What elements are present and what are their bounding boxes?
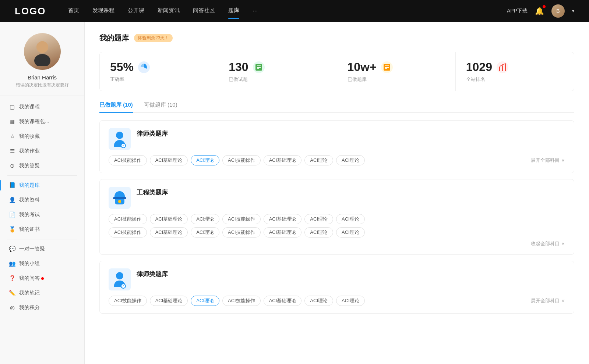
tag-aci-theory-1[interactable]: ACI理论	[191, 155, 219, 165]
eng-tag-3[interactable]: ACI理论	[191, 214, 219, 224]
sidebar-item-exam[interactable]: 📄 我的考试	[0, 207, 84, 222]
nav-home[interactable]: 首页	[68, 7, 79, 15]
law2-tag-3[interactable]: ACI理论	[191, 296, 219, 306]
tag-aci-skill-op-2[interactable]: ACI技能操作	[222, 155, 261, 165]
eng-tag-13[interactable]: ACI理论	[304, 227, 333, 238]
qbank-card-lawyer2-title-wrap: 律师类题库	[137, 268, 168, 278]
favorites-icon: ☆	[9, 133, 15, 140]
page-title: 我的题库	[99, 33, 129, 43]
logo: LOGO	[15, 6, 46, 17]
stat-done-banks: 10w+ 已做题库	[337, 52, 456, 91]
qbank-card-engineer1: 工程类题库 ACI技能操作 ACI基础理论 ACI理论 ACI技能操作 ACI基…	[99, 179, 574, 255]
person2-badge: ✓	[121, 283, 126, 289]
sidebar-menu: ▢ 我的课程 ▦ 我的课程包... ☆ 我的收藏 ☰ 我的作业 ⊙ 我的答疑 📘	[0, 100, 84, 315]
eng-tag-5[interactable]: ACI基础理论	[264, 214, 302, 224]
person-body: ✓	[114, 140, 125, 147]
sidebar-item-homework[interactable]: ☰ 我的作业	[0, 144, 84, 158]
qbank-card-lawyer2-header: ✓ 律师类题库	[109, 268, 565, 290]
sidebar-item-courses-label: 我的课程	[19, 104, 40, 110]
law2-tag-7[interactable]: ACI理论	[336, 296, 365, 306]
svg-rect-5	[499, 67, 500, 71]
sidebar-item-group[interactable]: 👥 我的小组	[0, 256, 84, 271]
eng-tag-2[interactable]: ACI基础理论	[150, 214, 188, 224]
law2-tag-2[interactable]: ACI基础理论	[150, 296, 188, 306]
tab-done-banks[interactable]: 已做题库 (10)	[99, 101, 133, 112]
qa-icon: ⊙	[9, 163, 15, 169]
qbank-card-engineer1-tags-row2: ACI技能操作 ACI基础理论 ACI理论 ACI技能操作 ACI基础理论 AC…	[109, 227, 565, 238]
nav-qbank[interactable]: 题库	[228, 7, 239, 15]
nav-news[interactable]: 新闻资讯	[158, 7, 180, 15]
stat-accuracy-icon	[138, 61, 150, 73]
eng-tag-11[interactable]: ACI技能操作	[222, 227, 261, 238]
law2-tag-4[interactable]: ACI技能操作	[222, 296, 261, 306]
profile-name: Brian Harris	[28, 74, 57, 81]
questions-icon: ❓	[9, 275, 15, 282]
nav-open[interactable]: 公开课	[128, 7, 144, 15]
tab-available-banks[interactable]: 可做题库 (10)	[144, 101, 177, 112]
chevron-down-icon[interactable]: ▾	[572, 8, 574, 14]
homework-icon: ☰	[9, 148, 15, 154]
tag-aci-theory-2[interactable]: ACI理论	[304, 155, 333, 165]
sidebar-item-qa[interactable]: ⊙ 我的答疑	[0, 158, 84, 173]
eng-tag-7[interactable]: ACI理论	[336, 214, 365, 224]
qbank-card-engineer1-icon	[109, 187, 131, 209]
sidebar-item-favorites[interactable]: ☆ 我的收藏	[0, 129, 84, 144]
notification-bell[interactable]: 🔔	[535, 7, 544, 15]
sidebar-item-questions[interactable]: ❓ 我的问答	[0, 271, 84, 286]
qbank-card-engineer1-title: 工程类题库	[137, 188, 168, 197]
person-head	[116, 132, 123, 139]
law2-tag-5[interactable]: ACI基础理论	[264, 296, 302, 306]
engineer-icon	[113, 191, 126, 204]
sidebar-item-qbank[interactable]: 📘 我的题库	[0, 178, 84, 193]
eng-tag-4[interactable]: ACI技能操作	[222, 214, 261, 224]
eng-tag-10[interactable]: ACI理论	[191, 227, 219, 238]
law2-tag-6[interactable]: ACI理论	[304, 296, 333, 306]
stat-done-questions-icon	[253, 61, 265, 73]
eng-tag-6[interactable]: ACI理论	[304, 214, 333, 224]
sidebar-item-courses[interactable]: ▢ 我的课程	[0, 100, 84, 114]
sidebar-item-course-packages[interactable]: ▦ 我的课程包...	[0, 114, 84, 129]
sidebar-item-profile[interactable]: 👤 我的资料	[0, 193, 84, 207]
qbank-card-lawyer2-title: 律师类题库	[137, 270, 168, 278]
sidebar-item-notes[interactable]: ✏️ 我的笔记	[0, 286, 84, 300]
eng-tag-9[interactable]: ACI基础理论	[150, 227, 188, 238]
svg-point-1	[34, 54, 50, 66]
cert-icon: 🏅	[9, 226, 15, 233]
sidebar-item-favorites-label: 我的收藏	[19, 133, 40, 140]
qbank-card-engineer1-tags-row1: ACI技能操作 ACI基础理论 ACI理论 ACI技能操作 ACI基础理论 AC…	[109, 214, 565, 224]
expand-lawyer1-link[interactable]: 展开全部科目 ∨	[531, 157, 565, 164]
profile-avatar-image	[24, 33, 61, 70]
nav-more[interactable]: ···	[253, 7, 258, 15]
sidebar-item-1on1-label: 一对一答疑	[19, 246, 45, 252]
stat-accuracy-label: 正确率	[110, 76, 208, 83]
nav-qa[interactable]: 问答社区	[193, 7, 215, 15]
stat-done-questions-label: 已做试题	[229, 76, 326, 83]
eng-tag-1[interactable]: ACI技能操作	[109, 214, 147, 224]
exam-icon: 📄	[9, 211, 15, 218]
stat-ranking: 1029 全站排名	[456, 52, 574, 91]
qbank-card-lawyer1: ✓ 律师类题库 ACI技能操作 ACI基础理论 ACI理论 ACI技能操作 AC…	[99, 120, 574, 173]
tag-aci-theory-3[interactable]: ACI理论	[336, 155, 365, 165]
sidebar-item-cert[interactable]: 🏅 我的证书	[0, 222, 84, 237]
menu-divider-2	[7, 239, 77, 239]
stat-done-questions-top: 130	[229, 60, 326, 74]
sidebar-profile: Brian Harris 错误的决定比没有决定要好	[0, 33, 84, 96]
eng-tag-14[interactable]: ACI理论	[336, 227, 365, 238]
svg-point-2	[36, 41, 48, 53]
sidebar-item-qa-label: 我的答疑	[19, 163, 40, 169]
sidebar-item-points[interactable]: ◎ 我的积分	[0, 300, 84, 315]
eng-tag-12[interactable]: ACI基础理论	[264, 227, 302, 238]
collapse-engineer1-link[interactable]: 收起全部科目 ∧	[109, 240, 565, 247]
tag-aci-basic-theory-2[interactable]: ACI基础理论	[264, 155, 302, 165]
sidebar-item-1on1[interactable]: 💬 一对一答疑	[0, 242, 84, 256]
avatar[interactable]: B	[551, 4, 565, 18]
nav-discover[interactable]: 发现课程	[92, 7, 114, 15]
tag-aci-skill-op-1[interactable]: ACI技能操作	[109, 155, 147, 165]
questions-dot	[41, 277, 44, 280]
tag-aci-basic-theory-1[interactable]: ACI基础理论	[150, 155, 188, 165]
app-download-button[interactable]: APP下载	[507, 8, 528, 14]
eng-tag-8[interactable]: ACI技能操作	[109, 227, 147, 238]
expand-lawyer2-link[interactable]: 展开全部科目 ∨	[531, 297, 565, 304]
law2-tag-1[interactable]: ACI技能操作	[109, 296, 147, 306]
sidebar-item-notes-label: 我的笔记	[19, 290, 40, 296]
